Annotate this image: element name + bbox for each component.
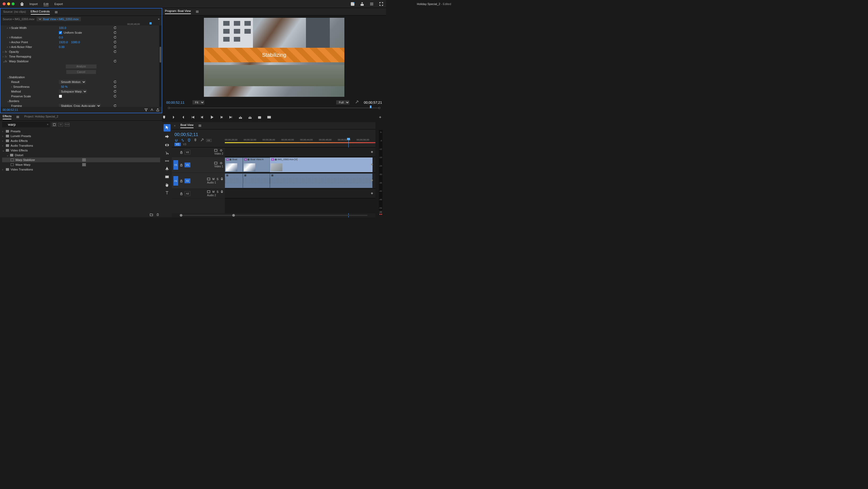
play-only-icon[interactable]: ▶	[158, 18, 160, 20]
lock-icon[interactable]	[180, 151, 183, 154]
scale-width-value[interactable]: 100.0	[59, 26, 66, 29]
timeline-ruler[interactable]: 00;00;28;00 00;00;32;00 00;00;36;00 00;0…	[225, 129, 375, 147]
accelerated-badge-icon[interactable]	[52, 123, 57, 126]
lumetri-presets-folder[interactable]: Lumetri Presets	[10, 134, 31, 137]
toggle-output-icon[interactable]	[214, 162, 217, 164]
panel-menu-icon[interactable]	[16, 116, 19, 118]
a2-track-target[interactable]: A2	[185, 191, 190, 196]
scrubber-start-handle[interactable]	[168, 107, 170, 109]
reset-icon[interactable]	[114, 36, 117, 39]
clear-search-icon[interactable]: ×	[47, 123, 49, 126]
reset-icon[interactable]	[114, 90, 117, 93]
mark-in-icon[interactable]	[172, 115, 176, 119]
filter-icon[interactable]	[144, 108, 148, 112]
timeline-zoom-slider[interactable]	[180, 215, 368, 216]
toggle-sync-lock-icon[interactable]	[219, 149, 223, 152]
twisty-icon[interactable]: ›	[3, 55, 5, 58]
twisty-icon[interactable]: ›	[2, 130, 4, 133]
result-dropdown[interactable]: Smooth Motion	[59, 80, 86, 84]
timeline-timecode[interactable]: 00;00;52;11	[175, 132, 222, 137]
maximize-window-icon[interactable]	[12, 2, 14, 5]
zoom-handle-right[interactable]	[232, 214, 235, 217]
effects-tab[interactable]: Effects	[3, 115, 11, 119]
video-transitions-folder[interactable]: Video Transitions	[10, 168, 33, 171]
effects-search-input[interactable]	[2, 122, 50, 127]
method-dropdown[interactable]: Subspace Warp	[59, 89, 87, 94]
reset-icon[interactable]	[114, 95, 117, 98]
video-clip-selected[interactable]: fx▦IMG_0393.mov [V]	[270, 157, 372, 172]
anchor-x-value[interactable]: 1920.0	[59, 40, 68, 44]
presets-folder[interactable]: Presets	[10, 130, 21, 133]
captions-icon[interactable]: CC	[206, 139, 212, 142]
fx-icon[interactable]: fx	[5, 50, 9, 53]
ripple-edit-tool-icon[interactable]	[165, 143, 169, 148]
export-tab[interactable]: Export	[54, 2, 63, 6]
add-marker-icon[interactable]	[187, 139, 191, 142]
step-back-icon[interactable]	[200, 115, 204, 119]
video-effects-folder[interactable]: Video Effects	[10, 149, 28, 152]
reset-icon[interactable]	[114, 104, 117, 107]
fx-icon[interactable]: fx	[5, 55, 9, 58]
reset-icon[interactable]	[114, 40, 117, 44]
program-current-timecode[interactable]: 00;00;52;11	[166, 100, 185, 104]
antiflicker-value[interactable]: 0.00	[59, 45, 64, 49]
a1-track-target[interactable]: A1	[185, 179, 190, 183]
twisty-icon[interactable]: ›	[2, 168, 4, 171]
import-tab[interactable]: Import	[29, 2, 38, 6]
twisty-icon[interactable]: ⌄	[7, 75, 9, 79]
v1-display-tab[interactable]: V1	[175, 143, 181, 146]
32bit-badge-icon[interactable]: 32	[58, 123, 63, 126]
fx-icon[interactable]: fx	[5, 60, 9, 63]
go-to-out-icon[interactable]	[229, 115, 233, 119]
track-select-tool-icon[interactable]	[165, 135, 169, 140]
export-frame-icon[interactable]	[258, 115, 261, 119]
scrubber-end-handle[interactable]	[378, 107, 380, 109]
a1-source-patch[interactable]: A1	[174, 176, 178, 186]
track-height-handle[interactable]	[371, 192, 373, 194]
workspaces-icon[interactable]	[370, 2, 374, 6]
lift-icon[interactable]	[239, 115, 242, 119]
twisty-icon[interactable]: ⌄	[3, 60, 5, 63]
lock-icon[interactable]	[180, 163, 183, 166]
ec-master-clip-dropdown[interactable]: Boat View • IMG_0393.mov	[37, 17, 81, 21]
timeline-marker-icon[interactable]	[193, 139, 197, 142]
toggle-sync-lock-icon[interactable]	[219, 162, 223, 164]
project-tab[interactable]: Project: Holiday Special_2	[24, 115, 58, 119]
warp-stabilizer-effect[interactable]: Warp Stabilizer	[16, 158, 35, 161]
twisty-icon[interactable]: ›	[3, 50, 5, 53]
effect-controls-tab[interactable]: Effect Controls	[31, 10, 50, 14]
effects-toggle-icon[interactable]	[150, 108, 154, 112]
v2-track-target[interactable]: V2	[185, 150, 190, 155]
twisty-icon[interactable]: ›	[11, 85, 13, 88]
distort-folder[interactable]: Distort	[15, 154, 23, 157]
zoom-level-dropdown[interactable]: Fit	[192, 100, 205, 104]
edit-tab[interactable]: Edit	[43, 2, 49, 6]
solo-toggle[interactable]: S	[217, 190, 218, 193]
ec-playhead[interactable]	[150, 22, 152, 24]
audio-clip[interactable]: ▦	[243, 174, 270, 188]
linked-selection-icon[interactable]	[181, 139, 185, 142]
panel-menu-icon[interactable]	[55, 11, 58, 13]
cancel-button[interactable]: Cancel	[66, 70, 96, 74]
home-icon[interactable]	[20, 2, 24, 6]
v1-track-target[interactable]: V1	[185, 162, 190, 167]
reset-icon[interactable]	[114, 31, 117, 34]
share-icon[interactable]	[360, 2, 364, 6]
sequence-tab[interactable]: Boat View	[180, 123, 193, 128]
rotation-value[interactable]: 0.0	[59, 36, 63, 39]
mark-out-icon[interactable]	[181, 115, 185, 119]
new-bin-icon[interactable]	[150, 213, 153, 216]
audio-meters[interactable]: 0- -6 -12 -18 -24 -30 -36 -42 -48 -54 dB	[375, 122, 386, 217]
play-icon[interactable]	[210, 115, 214, 119]
video-clip[interactable]: fx▦Boat View.m	[243, 157, 270, 172]
close-window-icon[interactable]	[3, 2, 6, 5]
minimize-window-icon[interactable]	[7, 2, 10, 5]
program-video-frame[interactable]: Stabilizing	[204, 18, 344, 97]
lock-icon[interactable]	[180, 179, 183, 182]
button-editor-icon[interactable]	[378, 115, 382, 119]
twisty-icon[interactable]: ›	[2, 139, 4, 143]
voiceover-icon[interactable]	[221, 177, 223, 181]
comparison-view-icon[interactable]	[267, 115, 271, 119]
twisty-icon[interactable]: ⌄	[2, 149, 4, 152]
razor-tool-icon[interactable]	[165, 151, 169, 155]
